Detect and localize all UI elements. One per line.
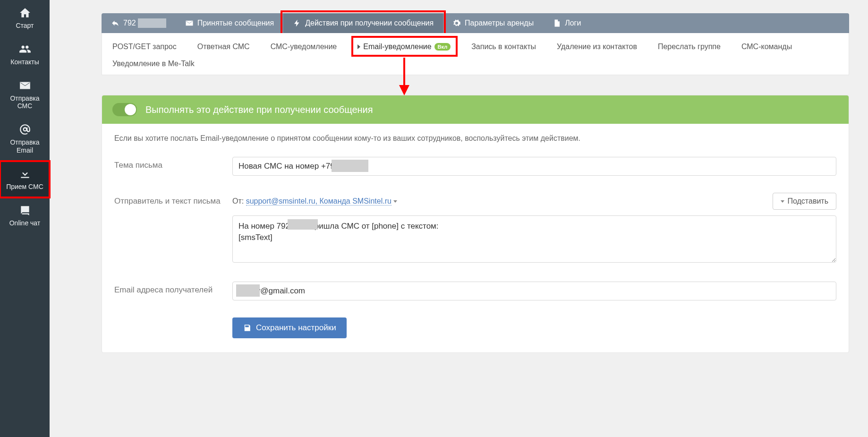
subnav-label: Уведомление в Me-Talk: [112, 60, 195, 68]
sidebar-item-send-email[interactable]: Отправка Email: [0, 117, 50, 161]
body-textarea[interactable]: [232, 215, 836, 263]
subnav-label: Email-уведомление: [363, 43, 431, 51]
subnav-item-del-contacts[interactable]: Удаление из контактов: [557, 41, 637, 53]
download-icon: [19, 168, 31, 180]
sender-from[interactable]: От: support@smsintel.ru, Команда SMSinte…: [232, 197, 397, 206]
recipients-input[interactable]: [232, 282, 836, 300]
save-button[interactable]: Сохранить настройки: [232, 317, 347, 338]
sidebar-item-label: Контакты: [2, 58, 48, 66]
sender-link[interactable]: support@smsintel.ru, Команда SMSintel.ru: [246, 197, 391, 206]
phone-prefix: 792: [123, 19, 136, 27]
insert-label: Подставить: [787, 197, 828, 206]
subnav-label: Удаление из контактов: [557, 43, 637, 51]
subnav-item-metalk[interactable]: Уведомление в Me-Talk: [112, 58, 195, 70]
at-icon: [19, 123, 31, 136]
sidebar-item-contacts[interactable]: Контакты: [0, 36, 50, 73]
toggle-label: Выполнять это действие при получении соо…: [145, 104, 373, 115]
recipients-label: Email адреса получателей: [114, 282, 232, 295]
form-row-subject: Тема письма: [114, 157, 836, 176]
subnav-label: Переслать группе: [658, 43, 721, 51]
gear-icon: [452, 19, 461, 27]
sub-nav: POST/GET запрос Ответная СМС СМС-уведомл…: [102, 33, 849, 75]
subject-input[interactable]: [232, 157, 836, 176]
form-row-save: Сохранить настройки: [114, 317, 836, 338]
sidebar-item-label: Online чат: [2, 219, 48, 227]
topnav-label: Логи: [565, 19, 581, 27]
description-text: Если вы хотите послать Email-уведомление…: [114, 134, 836, 143]
subnav-label: Ответная СМС: [197, 43, 250, 51]
chevron-down-icon: [393, 200, 397, 203]
sidebar-item-online-chat[interactable]: Online чат: [0, 197, 50, 234]
topnav-item-actions[interactable]: Действия при получении сообщения: [283, 13, 443, 33]
sidebar: Старт Контакты Отправка СМС Отправка Ema…: [0, 0, 50, 437]
top-nav: 792 Принятые сообщения Действия при полу…: [102, 13, 849, 33]
subnav-label: Запись в контакты: [471, 43, 536, 51]
subnav-item-email-notify[interactable]: Email-уведомление Вкл: [357, 41, 451, 53]
subnav-item-add-contacts[interactable]: Запись в контакты: [471, 41, 536, 53]
toggle-bar: Выполнять это действие при получении соо…: [102, 95, 849, 124]
masked-phone: [138, 18, 166, 28]
sidebar-item-receive-sms[interactable]: Прием СМС: [0, 161, 50, 197]
topnav-item-phone[interactable]: 792: [102, 13, 176, 33]
save-icon: [243, 324, 251, 332]
subnav-item-reply-sms[interactable]: Ответная СМС: [197, 41, 250, 53]
main-content: 792 Принятые сообщения Действия при полу…: [50, 0, 868, 372]
topnav-label: Действия при получении сообщения: [305, 19, 434, 27]
subnav-label: СМС-уведомление: [271, 43, 337, 51]
sender-label: Отправитель и текст письма: [114, 193, 232, 206]
from-prefix: От:: [232, 197, 246, 205]
topnav-item-params[interactable]: Параметры аренды: [443, 13, 543, 33]
form-row-body: Отправитель и текст письма От: support@s…: [114, 193, 836, 265]
home-icon: [19, 7, 31, 19]
users-icon: [19, 43, 31, 55]
subnav-label: POST/GET запрос: [112, 43, 177, 51]
save-label: Сохранить настройки: [256, 323, 336, 333]
sidebar-item-label: Прием СМС: [2, 183, 48, 191]
sidebar-item-send-sms[interactable]: Отправка СМС: [0, 73, 50, 117]
chevron-down-icon: [781, 200, 784, 203]
sidebar-item-start[interactable]: Старт: [0, 0, 50, 36]
form-row-recipients: Email адреса получателей: [114, 282, 836, 300]
enable-toggle[interactable]: [112, 103, 137, 116]
subnav-item-postget[interactable]: POST/GET запрос: [112, 41, 177, 53]
file-icon: [553, 19, 561, 27]
reply-icon: [111, 19, 119, 27]
status-badge: Вкл: [434, 43, 451, 51]
topnav-item-logs[interactable]: Логи: [543, 13, 590, 33]
settings-card: Выполнять это действие при получении соо…: [102, 95, 849, 353]
topnav-item-received[interactable]: Принятые сообщения: [176, 13, 283, 33]
bolt-icon: [293, 19, 301, 27]
chat-icon: [19, 204, 31, 216]
envelope-icon: [19, 79, 31, 92]
svg-marker-1: [399, 85, 409, 95]
topnav-label: Принятые сообщения: [197, 19, 274, 27]
sidebar-item-label: Отправка СМС: [2, 94, 48, 111]
subnav-item-forward-group[interactable]: Переслать группе: [658, 41, 721, 53]
subject-label: Тема письма: [114, 157, 232, 170]
sidebar-item-label: Отправка Email: [2, 138, 48, 154]
sidebar-item-label: Старт: [2, 22, 48, 30]
envelope-icon: [185, 19, 194, 27]
caret-icon: [357, 44, 360, 49]
subnav-item-sms-notify[interactable]: СМС-уведомление: [271, 41, 337, 53]
topnav-label: Параметры аренды: [465, 19, 534, 27]
insert-button[interactable]: Подставить: [773, 193, 836, 210]
subnav-item-sms-commands[interactable]: СМС-команды: [741, 41, 808, 53]
subnav-label: СМС-команды: [741, 43, 792, 51]
